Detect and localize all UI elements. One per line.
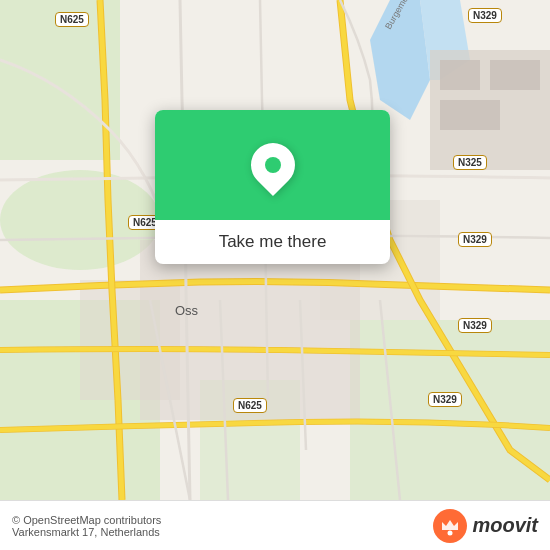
road-badge-n329-lower: N329 (458, 318, 492, 333)
address-label: Varkensmarkt 17, Netherlands (12, 526, 160, 538)
svg-rect-9 (440, 60, 480, 90)
svg-point-15 (448, 530, 453, 535)
road-badge-n325: N325 (453, 155, 487, 170)
footer-info: © OpenStreetMap contributors Varkensmark… (12, 514, 161, 538)
svg-rect-10 (490, 60, 540, 90)
svg-rect-6 (80, 280, 180, 400)
map-container: Oss Burgemeest... N625 N329 N325 N329 N6… (0, 0, 550, 500)
road-badge-n329-top: N329 (468, 8, 502, 23)
road-badge-n625-bottom: N625 (233, 398, 267, 413)
svg-text:Oss: Oss (175, 303, 199, 318)
location-pin (251, 137, 295, 193)
road-badge-n329-mid: N329 (458, 232, 492, 247)
road-badge-n329-bottom: N329 (428, 392, 462, 407)
pin-dot (265, 157, 281, 173)
moovit-branding: moovit (432, 508, 538, 544)
moovit-icon (432, 508, 468, 544)
popup-button-area[interactable]: Take me there (155, 220, 390, 264)
moovit-text: moovit (472, 514, 538, 537)
footer: © OpenStreetMap contributors Varkensmark… (0, 500, 550, 550)
osm-attribution: © OpenStreetMap contributors (12, 514, 161, 526)
popup-green-area (155, 110, 390, 220)
svg-rect-11 (440, 100, 500, 130)
pin-shape (241, 134, 303, 196)
road-badge-n625-top: N625 (55, 12, 89, 27)
popup-card: Take me there (155, 110, 390, 264)
take-me-there-button[interactable]: Take me there (171, 232, 374, 252)
